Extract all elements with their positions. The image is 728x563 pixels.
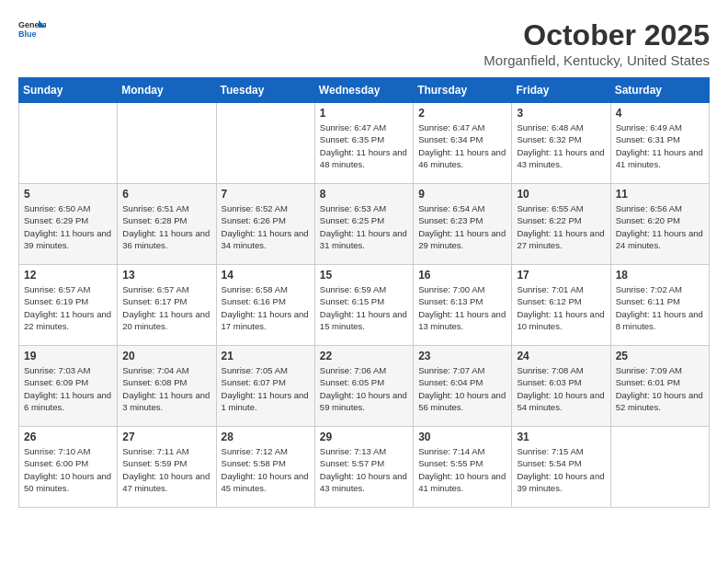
day-info: Sunrise: 6:47 AM Sunset: 6:34 PM Dayligh… xyxy=(418,121,506,170)
day-info: Sunrise: 6:54 AM Sunset: 6:23 PM Dayligh… xyxy=(418,202,506,251)
day-info: Sunrise: 7:04 AM Sunset: 6:08 PM Dayligh… xyxy=(122,364,210,413)
weekday-header-friday: Friday xyxy=(512,78,610,103)
day-number: 19 xyxy=(24,350,112,362)
day-number: 21 xyxy=(222,350,310,362)
svg-text:Blue: Blue xyxy=(18,29,37,39)
day-cell: 12Sunrise: 6:57 AM Sunset: 6:19 PM Dayli… xyxy=(19,265,118,346)
day-number: 4 xyxy=(616,107,704,120)
week-row-4: 19Sunrise: 7:03 AM Sunset: 6:09 PM Dayli… xyxy=(19,346,710,427)
day-info: Sunrise: 7:15 AM Sunset: 5:54 PM Dayligh… xyxy=(517,445,605,494)
day-number: 1 xyxy=(320,107,408,120)
day-number: 2 xyxy=(418,107,506,120)
weekday-header-sunday: Sunday xyxy=(19,78,118,103)
day-info: Sunrise: 6:52 AM Sunset: 6:26 PM Dayligh… xyxy=(222,202,310,251)
day-info: Sunrise: 7:11 AM Sunset: 5:59 PM Dayligh… xyxy=(122,445,210,494)
logo: General Blue xyxy=(18,18,46,40)
weekday-header-wednesday: Wednesday xyxy=(314,78,413,103)
calendar-table: SundayMondayTuesdayWednesdayThursdayFrid… xyxy=(18,77,710,508)
day-cell: 13Sunrise: 6:57 AM Sunset: 6:17 PM Dayli… xyxy=(118,265,216,346)
day-info: Sunrise: 6:55 AM Sunset: 6:22 PM Dayligh… xyxy=(517,202,605,251)
day-info: Sunrise: 6:50 AM Sunset: 6:29 PM Dayligh… xyxy=(24,202,112,251)
day-cell: 8Sunrise: 6:53 AM Sunset: 6:25 PM Daylig… xyxy=(314,184,413,265)
day-cell: 4Sunrise: 6:49 AM Sunset: 6:31 PM Daylig… xyxy=(610,103,709,184)
day-number: 12 xyxy=(24,269,112,282)
day-number: 3 xyxy=(517,107,605,120)
week-row-5: 26Sunrise: 7:10 AM Sunset: 6:00 PM Dayli… xyxy=(19,427,710,508)
day-cell: 7Sunrise: 6:52 AM Sunset: 6:26 PM Daylig… xyxy=(216,184,314,265)
page-header: General Blue October 2025 Morganfield, K… xyxy=(18,18,710,68)
day-number: 29 xyxy=(320,431,408,443)
day-number: 22 xyxy=(320,350,408,362)
day-cell xyxy=(19,103,118,184)
day-cell: 5Sunrise: 6:50 AM Sunset: 6:29 PM Daylig… xyxy=(19,184,118,265)
day-number: 5 xyxy=(24,188,112,201)
day-cell: 28Sunrise: 7:12 AM Sunset: 5:58 PM Dayli… xyxy=(216,427,314,508)
day-cell: 19Sunrise: 7:03 AM Sunset: 6:09 PM Dayli… xyxy=(19,346,118,427)
day-cell: 15Sunrise: 6:59 AM Sunset: 6:15 PM Dayli… xyxy=(314,265,413,346)
day-info: Sunrise: 7:01 AM Sunset: 6:12 PM Dayligh… xyxy=(517,283,605,332)
day-cell: 1Sunrise: 6:47 AM Sunset: 6:35 PM Daylig… xyxy=(314,103,413,184)
day-info: Sunrise: 6:47 AM Sunset: 6:35 PM Dayligh… xyxy=(320,121,408,170)
day-number: 14 xyxy=(222,269,310,282)
day-info: Sunrise: 6:51 AM Sunset: 6:28 PM Dayligh… xyxy=(122,202,210,251)
day-cell xyxy=(610,427,709,508)
day-cell: 23Sunrise: 7:07 AM Sunset: 6:04 PM Dayli… xyxy=(414,346,512,427)
day-cell: 16Sunrise: 7:00 AM Sunset: 6:13 PM Dayli… xyxy=(414,265,512,346)
day-cell: 31Sunrise: 7:15 AM Sunset: 5:54 PM Dayli… xyxy=(512,427,610,508)
day-cell: 10Sunrise: 6:55 AM Sunset: 6:22 PM Dayli… xyxy=(512,184,610,265)
weekday-header-thursday: Thursday xyxy=(414,78,512,103)
day-cell: 20Sunrise: 7:04 AM Sunset: 6:08 PM Dayli… xyxy=(118,346,216,427)
day-number: 30 xyxy=(418,431,506,443)
day-info: Sunrise: 7:14 AM Sunset: 5:55 PM Dayligh… xyxy=(418,445,506,494)
day-cell: 18Sunrise: 7:02 AM Sunset: 6:11 PM Dayli… xyxy=(610,265,709,346)
week-row-3: 12Sunrise: 6:57 AM Sunset: 6:19 PM Dayli… xyxy=(19,265,710,346)
weekday-header-saturday: Saturday xyxy=(610,78,709,103)
day-number: 8 xyxy=(320,188,408,201)
weekday-header-monday: Monday xyxy=(118,78,216,103)
week-row-1: 1Sunrise: 6:47 AM Sunset: 6:35 PM Daylig… xyxy=(19,103,710,184)
day-info: Sunrise: 7:12 AM Sunset: 5:58 PM Dayligh… xyxy=(222,445,310,494)
day-info: Sunrise: 6:53 AM Sunset: 6:25 PM Dayligh… xyxy=(320,202,408,251)
day-number: 25 xyxy=(616,350,704,362)
day-info: Sunrise: 6:57 AM Sunset: 6:19 PM Dayligh… xyxy=(24,283,112,332)
day-info: Sunrise: 7:06 AM Sunset: 6:05 PM Dayligh… xyxy=(320,364,408,413)
day-cell: 26Sunrise: 7:10 AM Sunset: 6:00 PM Dayli… xyxy=(19,427,118,508)
day-cell: 22Sunrise: 7:06 AM Sunset: 6:05 PM Dayli… xyxy=(314,346,413,427)
day-info: Sunrise: 6:56 AM Sunset: 6:20 PM Dayligh… xyxy=(616,202,704,251)
day-info: Sunrise: 6:58 AM Sunset: 6:16 PM Dayligh… xyxy=(222,283,310,332)
day-cell: 30Sunrise: 7:14 AM Sunset: 5:55 PM Dayli… xyxy=(414,427,512,508)
day-info: Sunrise: 7:09 AM Sunset: 6:01 PM Dayligh… xyxy=(616,364,704,413)
weekday-header-row: SundayMondayTuesdayWednesdayThursdayFrid… xyxy=(19,78,710,103)
day-number: 11 xyxy=(616,188,704,201)
day-number: 18 xyxy=(616,269,704,282)
day-cell: 9Sunrise: 6:54 AM Sunset: 6:23 PM Daylig… xyxy=(414,184,512,265)
day-cell: 17Sunrise: 7:01 AM Sunset: 6:12 PM Dayli… xyxy=(512,265,610,346)
day-cell: 11Sunrise: 6:56 AM Sunset: 6:20 PM Dayli… xyxy=(610,184,709,265)
day-info: Sunrise: 7:13 AM Sunset: 5:57 PM Dayligh… xyxy=(320,445,408,494)
day-cell: 6Sunrise: 6:51 AM Sunset: 6:28 PM Daylig… xyxy=(118,184,216,265)
day-number: 7 xyxy=(222,188,310,201)
day-number: 20 xyxy=(122,350,210,362)
day-cell: 27Sunrise: 7:11 AM Sunset: 5:59 PM Dayli… xyxy=(118,427,216,508)
day-cell: 14Sunrise: 6:58 AM Sunset: 6:16 PM Dayli… xyxy=(216,265,314,346)
day-info: Sunrise: 7:10 AM Sunset: 6:00 PM Dayligh… xyxy=(24,445,112,494)
day-number: 27 xyxy=(122,431,210,443)
day-cell xyxy=(216,103,314,184)
day-info: Sunrise: 7:02 AM Sunset: 6:11 PM Dayligh… xyxy=(616,283,704,332)
day-info: Sunrise: 6:57 AM Sunset: 6:17 PM Dayligh… xyxy=(122,283,210,332)
logo-icon: General Blue xyxy=(18,18,46,40)
day-number: 9 xyxy=(418,188,506,201)
day-number: 31 xyxy=(517,431,605,443)
day-cell: 29Sunrise: 7:13 AM Sunset: 5:57 PM Dayli… xyxy=(314,427,413,508)
day-number: 17 xyxy=(517,269,605,282)
day-number: 13 xyxy=(122,269,210,282)
day-info: Sunrise: 7:00 AM Sunset: 6:13 PM Dayligh… xyxy=(418,283,506,332)
weekday-header-tuesday: Tuesday xyxy=(216,78,314,103)
calendar-subtitle: Morganfield, Kentucky, United States xyxy=(483,52,710,68)
day-number: 26 xyxy=(24,431,112,443)
week-row-2: 5Sunrise: 6:50 AM Sunset: 6:29 PM Daylig… xyxy=(19,184,710,265)
day-number: 28 xyxy=(222,431,310,443)
day-number: 15 xyxy=(320,269,408,282)
day-cell: 25Sunrise: 7:09 AM Sunset: 6:01 PM Dayli… xyxy=(610,346,709,427)
day-cell: 2Sunrise: 6:47 AM Sunset: 6:34 PM Daylig… xyxy=(414,103,512,184)
